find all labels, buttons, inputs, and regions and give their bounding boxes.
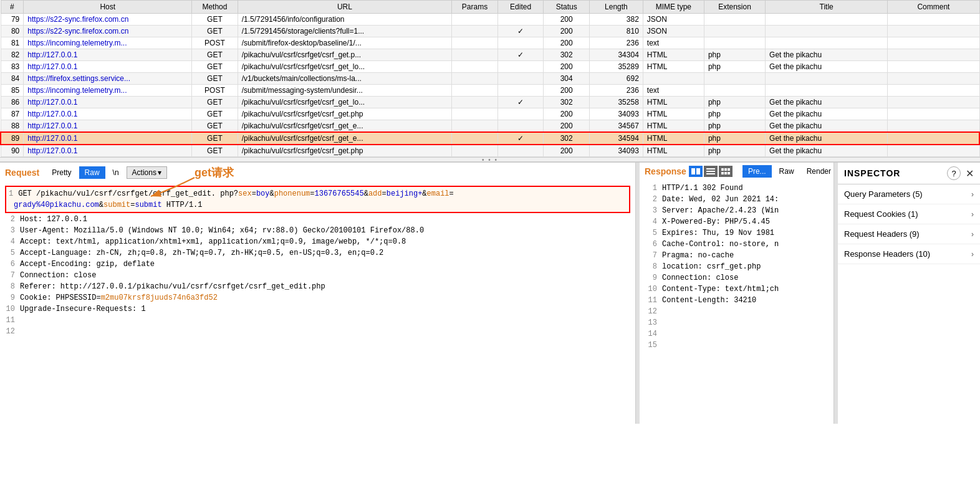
table-row[interactable]: 81https://incoming.telemetry.m...POST/su…	[1, 37, 979, 49]
col-header-ext: Extension	[704, 1, 765, 14]
table-cell: JSON	[643, 26, 704, 37]
table-cell: 200	[544, 108, 590, 120]
table-row[interactable]: 83http://127.0.0.1GET/pikachu/vul/csrf/c…	[1, 61, 979, 73]
table-cell	[497, 37, 544, 49]
table-row[interactable]: 82http://127.0.0.1GET/pikachu/vul/csrf/c…	[1, 49, 979, 61]
table-cell: /submit/messaging-system/undesir...	[238, 85, 451, 97]
table-cell	[888, 49, 979, 61]
tab-raw[interactable]: Raw	[79, 166, 105, 179]
request-line: 3User-Agent: Mozilla/5.0 (Windows NT 10.…	[5, 225, 630, 236]
table-cell	[888, 61, 979, 73]
table-cell: GET	[192, 73, 238, 85]
table-cell: https://incoming.telemetry.m...	[24, 85, 192, 97]
inspector-section-item[interactable]: Response Headers (10)›	[838, 244, 980, 264]
table-cell: https://s22-sync.firefox.com.cn	[24, 14, 192, 26]
table-cell: 35289	[589, 61, 643, 73]
table-cell: http://127.0.0.1	[24, 120, 192, 133]
table-row[interactable]: 86http://127.0.0.1GET/pikachu/vul/csrf/c…	[1, 97, 979, 108]
col-header-comment: Comment	[888, 1, 979, 14]
panel-resizer[interactable]: • • •	[0, 157, 980, 162]
tab-actions[interactable]: Actions ▾	[127, 166, 167, 179]
tab-pretty[interactable]: Pretty	[47, 167, 76, 178]
table-cell: 302	[544, 97, 590, 108]
table-row[interactable]: 87http://127.0.0.1GET/pikachu/vul/csrf/c…	[1, 108, 979, 120]
inspector-section-item[interactable]: Query Parameters (5)›	[838, 184, 980, 204]
response-line: 9Connection: close	[645, 272, 829, 284]
table-cell: 85	[1, 85, 24, 97]
request-line: 5Accept-Language: zh-CN, zh;q=0.8, zh-TW…	[5, 247, 630, 259]
table-cell: php	[704, 49, 765, 61]
response-tab-raw[interactable]: Raw	[774, 166, 799, 177]
actions-label: Actions	[132, 168, 156, 177]
response-line: 1HTTP/1.1 302 Found	[645, 183, 829, 194]
table-cell	[497, 14, 544, 26]
tab-newline[interactable]: \n	[108, 167, 124, 178]
request-line: 4Accept: text/html, application/xhtml+xm…	[5, 236, 630, 247]
table-row[interactable]: 79https://s22-sync.firefox.com.cnGET/1.5…	[1, 14, 979, 26]
table-cell: 302	[544, 132, 590, 145]
table-cell: php	[704, 97, 765, 108]
svg-rect-6	[721, 168, 724, 171]
table-cell: GET	[192, 145, 238, 157]
response-tab-render[interactable]: Render	[802, 166, 834, 177]
table-cell	[704, 26, 765, 37]
table-cell	[888, 37, 979, 49]
response-code-block: 1HTTP/1.1 302 Found2Date: Wed, 02 Jun 20…	[645, 183, 829, 351]
table-cell: 79	[1, 14, 24, 26]
col-header-edited: Edited	[497, 1, 544, 14]
view-icon-split[interactable]	[689, 166, 703, 177]
col-header-mime: MIME type	[643, 1, 704, 14]
table-cell: Get the pikachu	[766, 97, 888, 108]
table-cell: 35258	[589, 97, 643, 108]
table-row[interactable]: 88http://127.0.0.1GET/pikachu/vul/csrf/c…	[1, 120, 979, 133]
table-cell: 200	[544, 14, 590, 26]
inspector-section-item[interactable]: Request Headers (9)›	[838, 224, 980, 244]
inspector-close-button[interactable]: ✕	[966, 168, 974, 179]
table-cell: GET	[192, 14, 238, 26]
request-pane-header: Request Pretty Raw \n Actions ▾ get请求	[0, 163, 635, 183]
table-cell	[452, 132, 498, 145]
table-cell: POST	[192, 85, 238, 97]
table-cell	[452, 108, 498, 120]
request-line-1-cont: grady%40pikachu.com&submit=submit HTTP/1…	[9, 199, 627, 211]
traffic-table-body: 79https://s22-sync.firefox.com.cnGET/1.5…	[1, 14, 979, 157]
table-cell: php	[704, 61, 765, 73]
svg-rect-10	[724, 172, 727, 174]
table-cell: 236	[589, 37, 643, 49]
table-cell	[766, 26, 888, 37]
table-cell	[888, 120, 979, 133]
response-tab-pretty[interactable]: Pre...	[742, 165, 772, 178]
table-cell: https://firefox.settings.service...	[24, 73, 192, 85]
table-cell: 34594	[589, 132, 643, 145]
view-icon-lines[interactable]	[704, 166, 718, 177]
request-line: 2Host: 127.0.0.1	[5, 214, 630, 225]
inspector-help-button[interactable]: ?	[947, 166, 961, 180]
response-pane: Response Pre... Raw Render \n	[640, 163, 834, 424]
table-cell	[888, 26, 979, 37]
response-line: 12	[645, 306, 829, 317]
table-row[interactable]: 85https://incoming.telemetry.m...POST/su…	[1, 85, 979, 97]
table-cell: HTML	[643, 108, 704, 120]
table-cell: 200	[544, 26, 590, 37]
traffic-table-container: # Host Method URL Params Edited Status L…	[0, 0, 980, 157]
traffic-table: # Host Method URL Params Edited Status L…	[0, 0, 980, 157]
table-row[interactable]: 80https://s22-sync.firefox.com.cnGET/1.5…	[1, 26, 979, 37]
inspector-section-label: Query Parameters (5)	[844, 189, 971, 199]
response-line: 6Cache-Control: no-store, n	[645, 239, 829, 250]
inspector-section-label: Response Headers (10)	[844, 249, 971, 259]
request-code-block: 1GET /pikachu/vul/csrf/csrfget/csrf_get_…	[5, 185, 630, 337]
view-icon-grid[interactable]	[719, 166, 733, 177]
table-cell: HTML	[643, 132, 704, 145]
table-cell: http://127.0.0.1	[24, 61, 192, 73]
table-cell: 382	[589, 14, 643, 26]
table-row[interactable]: 89http://127.0.0.1GET/pikachu/vul/csrf/c…	[1, 132, 979, 145]
request-highlight-block: 1GET /pikachu/vul/csrf/csrfget/csrf_get_…	[5, 186, 630, 213]
inspector-section-item[interactable]: Request Cookies (1)›	[838, 204, 980, 224]
table-cell	[766, 85, 888, 97]
table-cell: Get the pikachu	[766, 145, 888, 157]
table-cell: /pikachu/vul/csrf/csrfget/csrf_get_lo...	[238, 61, 451, 73]
table-cell	[452, 97, 498, 108]
table-cell	[888, 73, 979, 85]
table-row[interactable]: 90http://127.0.0.1GET/pikachu/vul/csrf/c…	[1, 145, 979, 157]
table-row[interactable]: 84https://firefox.settings.service...GET…	[1, 73, 979, 85]
